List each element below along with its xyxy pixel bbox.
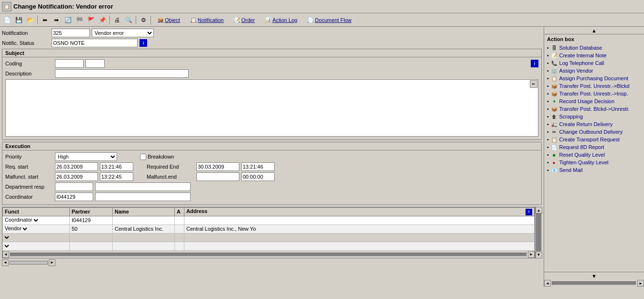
solution-db-label: Solution Database — [559, 45, 602, 51]
funct-dropdown-3[interactable]: ▼ — [5, 243, 11, 249]
action-create-transport-request[interactable]: • 📋 Create Transport Request — [547, 136, 641, 143]
funct-dropdown-2[interactable]: ▼ — [5, 234, 11, 241]
malfunct-end-date[interactable] — [196, 172, 239, 181]
dept-resp-input1[interactable] — [55, 182, 93, 191]
required-end-time[interactable] — [241, 162, 275, 171]
scroll-down-btn[interactable]: ▼ — [536, 252, 542, 258]
tab-action-log[interactable]: 📊 Action Log — [260, 16, 302, 24]
new-btn[interactable]: 📄 — [2, 15, 12, 25]
action-assign-vendor[interactable]: • 🏢 Assign Vendor — [547, 67, 641, 75]
action-create-return-delivery[interactable]: • 🚛 Create Return Delivery — [547, 120, 641, 128]
action-create-internal-note[interactable]: • 📝 Create Internal Note — [547, 52, 641, 59]
sidebar-scroll-up[interactable]: ▲ — [544, 27, 644, 34]
bullet: • — [547, 145, 549, 150]
action-transfer-unrestr-insp[interactable]: • 📦 Transfer Post. Unrestr.->Insp. — [547, 90, 641, 97]
action-transfer-blkd-unrestr[interactable]: • 📦 Transfer Post. Blckd->Unrestr. — [547, 105, 641, 113]
sidebar-scroll-left[interactable]: ◄ — [544, 280, 551, 287]
refresh-btn[interactable]: 🔄 — [63, 15, 73, 25]
malfunct-start-label: Malfunct. start — [5, 174, 53, 180]
coordinator-input2[interactable] — [95, 192, 191, 201]
tab-order[interactable]: 📝 Order — [229, 16, 259, 24]
table-row: Vendor ▼ 50 Central Logistics Inc. Centr… — [3, 224, 535, 233]
settings-btn[interactable]: ⚙ — [138, 15, 149, 25]
flag1-btn[interactable]: 🏁 — [74, 15, 85, 25]
sidebar-scroll-right[interactable]: ► — [637, 280, 644, 287]
tab-document-flow[interactable]: 📄 Document Flow — [303, 16, 356, 24]
status-info-icon[interactable]: i — [140, 39, 147, 47]
sidebar-scroll-track[interactable] — [552, 281, 636, 285]
open-btn[interactable]: 📂 — [25, 15, 35, 25]
return-delivery-icon: 🚛 — [551, 121, 558, 128]
action-tighten-quality-level[interactable]: • ● Tighten Quality Level — [547, 159, 641, 166]
table-row: Coordinator ▼ I044129 — [3, 216, 535, 224]
sidebar-scroll-down[interactable]: ▼ — [544, 272, 644, 279]
funct-dropdown-0[interactable]: ▼ — [34, 217, 40, 224]
coding-input2[interactable] — [86, 59, 105, 68]
tab-object[interactable]: 📦 Object — [153, 16, 185, 24]
breakdown-checkbox[interactable] — [140, 154, 146, 160]
action-reset-quality-level[interactable]: • ■ Reset Quality Level — [547, 151, 641, 159]
scroll-up-btn[interactable]: ▲ — [536, 207, 542, 214]
bullet: • — [547, 137, 549, 142]
funct-dropdown-1[interactable]: ▼ — [23, 225, 29, 232]
scroll-right-btn[interactable]: ► — [528, 251, 535, 258]
notification-input[interactable] — [52, 29, 90, 37]
required-end-date[interactable] — [196, 162, 239, 171]
tab-notification[interactable]: 📋 Notification — [186, 16, 228, 24]
col-funct: Funct — [3, 208, 70, 216]
subject-textarea[interactable] — [5, 79, 538, 137]
notification-type-select[interactable]: Vendor error — [92, 29, 154, 37]
req-start-time[interactable] — [100, 162, 133, 171]
action-log-telephone[interactable]: • 📞 Log Telephone Call — [547, 59, 641, 67]
table-container: Funct Partner Name A — [2, 207, 535, 258]
search-btn[interactable]: 🔍 — [123, 15, 134, 25]
action-send-mail[interactable]: • 📧 Send Mail — [547, 166, 641, 174]
table-settings-icon[interactable]: ≡ — [526, 209, 532, 215]
scrapping-label: Scrapping — [559, 114, 583, 119]
sep2 — [109, 16, 110, 24]
content-scroll-right[interactable]: ► — [49, 259, 55, 266]
bullet: • — [547, 168, 549, 173]
coding-input1[interactable] — [55, 59, 84, 68]
cell-address-1: Central Logistics Inc., New Yo — [184, 224, 535, 233]
print-btn[interactable]: 🖨 — [112, 15, 122, 25]
table-row-empty: ▼ — [3, 242, 535, 250]
dept-resp-input2[interactable] — [95, 182, 191, 191]
required-end-label: Required End — [147, 164, 194, 170]
coding-info-icon[interactable]: i — [531, 60, 538, 67]
forward-btn[interactable]: ➡ — [51, 15, 62, 25]
main-layout: Notification Vendor error Notific. Statu… — [0, 27, 644, 287]
req-start-row: Req. start Required End — [5, 162, 538, 171]
malfunct-start-time[interactable] — [100, 172, 133, 181]
action-solution-db[interactable]: • 🗄 Solution Database — [547, 44, 641, 52]
telephone-icon: 📞 — [551, 60, 558, 66]
bullet: • — [547, 114, 549, 119]
malfunct-end-time[interactable] — [241, 172, 275, 181]
flag3-btn[interactable]: 📌 — [97, 15, 107, 25]
description-input[interactable] — [55, 69, 189, 78]
textarea-edit-icon[interactable]: ✏ — [530, 80, 537, 88]
coordinator-input[interactable] — [55, 192, 93, 201]
notific-status-input[interactable] — [52, 39, 138, 47]
coding-label: Coding — [5, 61, 53, 66]
scroll-track[interactable] — [10, 253, 527, 256]
flag2-btn[interactable]: 🚩 — [86, 15, 96, 25]
content-scroll-thumb[interactable] — [10, 261, 48, 265]
content-scroll-left[interactable]: ◄ — [2, 259, 9, 266]
action-record-usage[interactable]: • ✦ Record Usage Decision — [547, 97, 641, 105]
scroll-left-btn[interactable]: ◄ — [2, 251, 9, 258]
save-btn[interactable]: 💾 — [13, 15, 24, 25]
document-flow-icon: 📄 — [308, 17, 313, 22]
back-btn[interactable]: ⬅ — [40, 15, 50, 25]
table-section: Funct Partner Name A — [2, 207, 542, 258]
v-scroll-track[interactable] — [536, 214, 542, 252]
action-assign-purch-doc[interactable]: • 📋 Assign Purchasing Document — [547, 75, 641, 82]
action-change-outbound-delivery[interactable]: • ✏ Change Outbound Delivery — [547, 128, 641, 136]
req-start-date[interactable] — [55, 162, 98, 171]
malfunct-start-date[interactable] — [55, 172, 98, 181]
priority-select[interactable]: High Low Medium Very High — [55, 152, 117, 161]
action-request-8d-report[interactable]: • 📄 Request 8D Report — [547, 143, 641, 151]
description-label: Description — [5, 71, 53, 76]
action-transfer-unrestr-blkd[interactable]: • 📦 Transfer Post. Unrestr.->Blckd — [547, 82, 641, 90]
action-scrapping[interactable]: • 🗑 Scrapping — [547, 113, 641, 120]
